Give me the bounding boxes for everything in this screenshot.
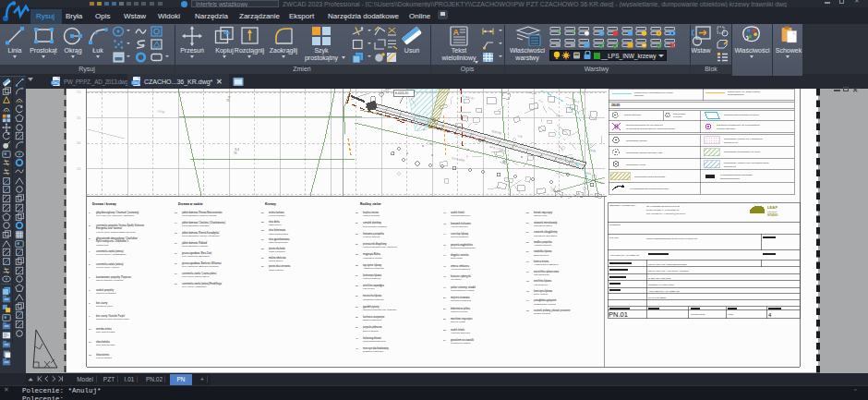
- svg-text:dwg: dwg: [52, 80, 60, 85]
- svg-text:dwg: dwg: [132, 80, 140, 85]
- svg-text:A: A: [453, 28, 460, 37]
